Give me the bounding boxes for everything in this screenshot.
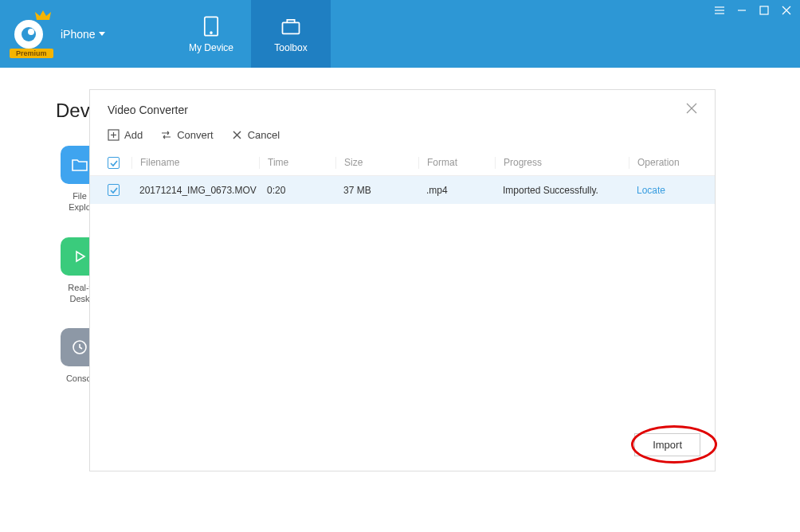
nav-tabs: My Device Toolbox — [171, 0, 331, 68]
tab-my-device[interactable]: My Device — [171, 0, 251, 68]
tab-label: Toolbox — [274, 42, 307, 53]
x-icon — [231, 129, 243, 141]
cell-format: .mp4 — [418, 185, 495, 196]
add-button[interactable]: Add — [108, 129, 143, 141]
brand: Premium iPhone — [0, 0, 171, 68]
convert-button[interactable]: Convert — [160, 129, 214, 141]
row-checkbox[interactable] — [108, 184, 120, 196]
video-converter-dialog: Video Converter Add Convert Cancel Filen… — [89, 89, 716, 471]
col-format[interactable]: Format — [418, 157, 495, 169]
check-icon — [110, 159, 118, 167]
tab-label: My Device — [189, 42, 233, 53]
app-header: Premium iPhone My Device Toolbox — [0, 0, 800, 68]
app-logo: Premium — [10, 15, 48, 53]
svg-rect-2 — [283, 22, 300, 33]
maximize-button[interactable] — [759, 5, 770, 16]
crown-icon — [35, 10, 51, 22]
dialog-close-button[interactable] — [686, 103, 697, 116]
menu-icon[interactable] — [714, 5, 725, 16]
svg-rect-7 — [760, 6, 768, 14]
col-time[interactable]: Time — [259, 157, 335, 169]
svg-point-1 — [210, 32, 212, 33]
svg-marker-10 — [76, 252, 84, 261]
table-header: Filename Time Size Format Progress Opera… — [90, 151, 715, 176]
tablet-icon — [200, 15, 222, 37]
col-filename[interactable]: Filename — [131, 157, 259, 169]
col-size[interactable]: Size — [335, 157, 418, 169]
plus-square-icon — [108, 129, 120, 141]
minimize-button[interactable] — [736, 5, 747, 16]
cell-time: 0:20 — [259, 185, 335, 196]
cancel-label: Cancel — [248, 129, 280, 141]
toolbox-icon — [280, 15, 302, 37]
tool-label: Real-t Desk — [68, 282, 91, 305]
check-icon — [110, 186, 118, 194]
window-controls — [714, 5, 792, 16]
import-button[interactable]: Import — [634, 433, 700, 456]
locate-link[interactable]: Locate — [637, 185, 665, 196]
cell-progress: Imported Successfully. — [495, 185, 629, 196]
table-row[interactable]: 20171214_IMG_0673.MOV 0:20 37 MB .mp4 Im… — [90, 176, 715, 204]
cancel-button[interactable]: Cancel — [231, 129, 280, 141]
dialog-title: Video Converter — [108, 104, 188, 116]
add-label: Add — [124, 129, 143, 141]
premium-badge: Premium — [10, 49, 53, 58]
cell-filename: 20171214_IMG_0673.MOV — [131, 185, 259, 196]
select-all-checkbox[interactable] — [108, 157, 120, 169]
tab-toolbox[interactable]: Toolbox — [251, 0, 331, 68]
device-name: iPhone — [61, 28, 96, 41]
cell-size: 37 MB — [335, 185, 418, 196]
convert-label: Convert — [177, 129, 214, 141]
tool-label: File Explo — [69, 190, 91, 213]
chevron-down-icon — [99, 32, 105, 36]
device-selector[interactable]: iPhone — [61, 28, 105, 41]
col-operation[interactable]: Operation — [629, 157, 697, 169]
dialog-toolbar: Add Convert Cancel — [90, 124, 715, 151]
close-button[interactable] — [781, 5, 792, 16]
col-progress[interactable]: Progress — [495, 157, 629, 169]
close-icon — [686, 103, 697, 114]
swap-icon — [160, 129, 172, 141]
